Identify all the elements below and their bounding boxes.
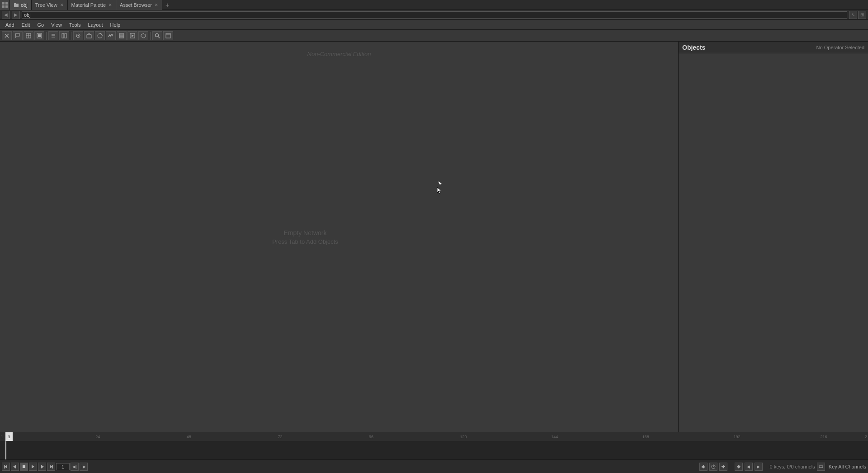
prev-frame-button[interactable] <box>11 463 19 471</box>
toolbar-sop-btn[interactable] <box>138 31 148 40</box>
path-grid-button[interactable]: ⊞ <box>858 11 866 19</box>
add-tab-button[interactable]: + <box>162 0 172 10</box>
svg-rect-6 <box>16 33 19 36</box>
toolbar-chop-btn[interactable] <box>106 31 116 40</box>
path-bar-right: ↖ ⊞ <box>849 11 866 19</box>
tabs-bar: obj Tree View ✕ Material Palette ✕ Asset… <box>0 0 868 10</box>
forward-button[interactable]: ▶ <box>12 11 20 19</box>
menu-edit[interactable]: Edit <box>18 21 34 28</box>
next-frame-button[interactable] <box>38 463 46 471</box>
back-button[interactable]: ◀ <box>2 11 10 19</box>
keys-info-label: 0 keys, 0/0 channels <box>770 464 815 469</box>
toolbar-prefs-btn[interactable] <box>163 31 173 40</box>
menu-help[interactable]: Help <box>107 21 124 28</box>
skip-start-icon <box>4 464 8 469</box>
tab-obj[interactable]: obj <box>10 0 32 10</box>
render-icon <box>37 33 42 38</box>
menu-tools[interactable]: Tools <box>66 21 85 28</box>
play-button[interactable] <box>29 463 37 471</box>
tab-asset-browser-close[interactable]: ✕ <box>155 3 158 7</box>
toolbar-list-btn[interactable] <box>48 31 58 40</box>
stop-button[interactable] <box>20 463 28 471</box>
ruler-tick-48: 48 <box>187 435 191 439</box>
ruler-tick-96: 96 <box>369 435 373 439</box>
skip-to-end-button[interactable] <box>47 463 55 471</box>
keyframe-button[interactable] <box>735 463 743 471</box>
side-panel-header: Objects No Operator Selected <box>679 42 868 53</box>
ruler-tick-192: 192 <box>733 435 740 439</box>
mouse-cursor <box>436 179 442 186</box>
svg-marker-21 <box>87 33 91 35</box>
realtime-icon <box>711 464 716 469</box>
audio-button[interactable] <box>699 463 708 471</box>
svg-rect-25 <box>119 37 124 38</box>
svg-rect-16 <box>62 33 64 38</box>
svg-rect-37 <box>23 465 25 468</box>
svg-marker-48 <box>722 467 724 468</box>
settings-button[interactable] <box>719 463 727 471</box>
key-next-button[interactable]: ▶ <box>755 463 763 471</box>
step-back-button[interactable]: ◀| <box>71 463 79 471</box>
panel-title: Objects <box>682 44 705 51</box>
toolbar-dat-btn[interactable] <box>117 31 127 40</box>
snap-icon <box>4 33 9 38</box>
key-prev-button[interactable]: ◀ <box>745 463 753 471</box>
menu-go[interactable]: Go <box>34 21 48 28</box>
menu-view[interactable]: View <box>47 21 66 28</box>
skip-end-icon <box>49 464 53 469</box>
toolbar-mat-btn[interactable] <box>95 31 105 40</box>
svg-rect-3 <box>5 5 8 8</box>
toolbar-cols-btn[interactable] <box>59 31 69 40</box>
toolbar-sep-3 <box>150 32 151 40</box>
no-operator-label: No Operator Selected <box>816 45 864 50</box>
play-icon <box>31 464 35 469</box>
playhead-frame-indicator: 1 <box>5 432 13 441</box>
svg-point-19 <box>78 35 79 36</box>
key-all-channels-label[interactable]: Key All Channels <box>829 464 866 469</box>
toolbar-snap-btn[interactable] <box>2 31 12 40</box>
svg-marker-33 <box>437 187 441 194</box>
timeline-content[interactable] <box>0 441 868 459</box>
network-icon <box>75 33 81 38</box>
toolbar-search-btn[interactable] <box>152 31 162 40</box>
toolbar-display-btn[interactable] <box>24 31 33 40</box>
svg-marker-39 <box>41 465 44 468</box>
svg-rect-31 <box>166 33 170 38</box>
tab-tree-view[interactable]: Tree View ✕ <box>32 0 68 10</box>
ruler-tick-120: 120 <box>460 435 467 439</box>
svg-rect-17 <box>65 33 66 38</box>
current-frame-input[interactable] <box>56 463 70 470</box>
menu-bar: Add Edit Go View Tools Layout Help <box>0 20 868 30</box>
list-icon <box>51 33 56 38</box>
empty-network-line1: Empty Network <box>272 229 338 236</box>
toolbar-flag-btn[interactable] <box>13 31 23 40</box>
ruler-tick-72: 72 <box>278 435 282 439</box>
path-home-button[interactable]: ↖ <box>849 11 857 19</box>
toolbar-net-btn[interactable] <box>73 31 83 40</box>
channel-scope-btn[interactable] <box>817 463 825 471</box>
tab-material-palette[interactable]: Material Palette ✕ <box>68 0 116 10</box>
step-fwd-button[interactable]: |▶ <box>80 463 88 471</box>
timeline-tracks: 1 24 48 72 96 120 144 168 192 216 2 1 <box>0 432 868 459</box>
side-panel: Objects No Operator Selected <box>678 42 868 432</box>
playhead-line <box>5 441 6 459</box>
network-viewport[interactable]: Non-Commercial Edition Empty Network Pre… <box>0 42 678 432</box>
toolbar-comp-btn[interactable] <box>127 31 137 40</box>
stop-icon <box>22 464 26 469</box>
dat-icon <box>119 33 124 38</box>
tab-material-palette-close[interactable]: ✕ <box>108 3 112 7</box>
tab-obj-label: obj <box>21 2 28 8</box>
menu-add[interactable]: Add <box>2 21 18 28</box>
svg-marker-36 <box>13 465 16 468</box>
svg-rect-23 <box>119 33 124 35</box>
svg-rect-12 <box>38 34 41 37</box>
path-input[interactable] <box>22 11 847 19</box>
audio-icon <box>701 464 706 469</box>
menu-layout[interactable]: Layout <box>85 21 107 28</box>
toolbar-scene-btn[interactable] <box>84 31 94 40</box>
tab-asset-browser[interactable]: Asset Browser ✕ <box>116 0 162 10</box>
toolbar-render-btn[interactable] <box>34 31 44 40</box>
skip-to-start-button[interactable] <box>2 463 10 471</box>
tab-tree-view-close[interactable]: ✕ <box>60 3 64 7</box>
realtime-button[interactable] <box>709 463 717 471</box>
